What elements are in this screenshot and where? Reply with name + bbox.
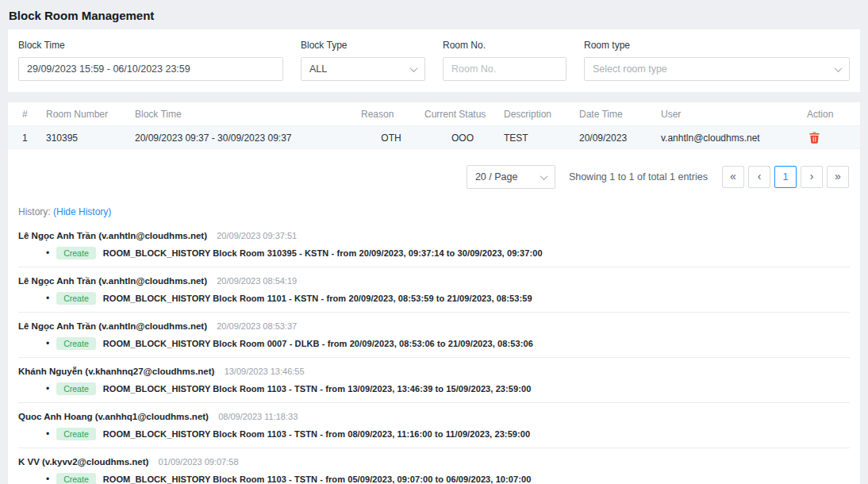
- history-user: Quoc Anh Hoang (v.anhhq1@cloudhms.net): [18, 412, 209, 421]
- block-type-label: Block Type: [301, 40, 425, 51]
- create-badge: Create: [56, 473, 96, 484]
- create-badge: Create: [56, 247, 96, 259]
- history-timestamp: 08/09/2023 11:18:33: [218, 412, 298, 421]
- page-1-button[interactable]: 1: [774, 166, 797, 188]
- history-entry: Lê Ngọc Anh Trần (v.anhtln@cloudhms.net)…: [18, 267, 850, 313]
- cell-current-status: OOO: [424, 126, 504, 149]
- create-badge: Create: [56, 292, 96, 305]
- cell-index: 1: [8, 126, 46, 149]
- room-no-input[interactable]: [443, 57, 567, 81]
- history-detail: ROOM_BLOCK_HISTORY Block Room 1103 - TST…: [103, 474, 532, 484]
- history-detail: ROOM_BLOCK_HISTORY Block Room 310395 - K…: [103, 248, 543, 258]
- col-block-time: Block Time: [135, 102, 361, 126]
- filter-room-no: Room No.: [443, 40, 567, 81]
- history-timestamp: 01/09/2023 09:07:58: [159, 457, 239, 467]
- last-page-button[interactable]: »: [827, 166, 849, 188]
- content-card: # Room Number Block Time Reason Current …: [8, 102, 860, 484]
- create-badge: Create: [56, 337, 96, 350]
- chevron-down-icon: [835, 64, 843, 72]
- col-reason: Reason: [361, 102, 424, 126]
- col-description: Description: [504, 102, 579, 126]
- cell-date-time: 20/09/2023: [579, 126, 661, 149]
- create-badge: Create: [56, 382, 96, 395]
- room-type-label: Room type: [584, 40, 850, 51]
- history-user: Khánh Nguyễn (v.khanhnq27@cloudhms.net): [18, 367, 214, 376]
- cell-room-number: 310395: [46, 126, 135, 149]
- col-action: Action: [799, 102, 860, 126]
- cell-reason: OTH: [361, 126, 424, 149]
- history-entry: Lê Ngọc Anh Trần (v.anhtln@cloudhms.net)…: [18, 313, 850, 358]
- history-user: Lê Ngọc Anh Trần (v.anhtln@cloudhms.net): [18, 321, 207, 331]
- chevron-down-icon: [540, 172, 547, 180]
- history-user: Lê Ngọc Anh Trần (v.anhtln@cloudhms.net): [18, 231, 207, 240]
- history-detail: ROOM_BLOCK_HISTORY Block Room 1103 - TST…: [103, 384, 532, 394]
- history-entry: K VV (v.kyvv2@cloudhms.net) 01/09/2023 0…: [18, 448, 850, 484]
- block-time-label: Block Time: [18, 40, 283, 51]
- history-timestamp: 20/09/2023 08:53:37: [217, 321, 297, 331]
- create-badge: Create: [56, 428, 96, 440]
- chevron-down-icon: [410, 64, 418, 72]
- block-room-management-page: Block Room Management Block Time Block T…: [0, 0, 868, 484]
- cell-block-time: 20/09/2023 09:37 - 30/09/2023 09:37: [135, 126, 361, 149]
- history-timestamp: 13/09/2023 13:46:55: [225, 367, 305, 376]
- pagination-buttons: « ‹ 1 › »: [722, 166, 849, 188]
- cell-description: TEST: [504, 126, 579, 149]
- history-user: Lê Ngọc Anh Trần (v.anhtln@cloudhms.net): [18, 276, 207, 286]
- history-section: History: (Hide History) Lê Ngọc Anh Trần…: [8, 189, 860, 484]
- pagination-summary: Showing 1 to 1 of total 1 entries: [569, 171, 708, 182]
- history-user: K VV (v.kyvv2@cloudhms.net): [18, 457, 148, 467]
- col-room-number: Room Number: [46, 102, 135, 126]
- history-timestamp: 20/09/2023 08:54:19: [217, 276, 297, 286]
- history-entry: Lê Ngọc Anh Trần (v.anhtln@cloudhms.net)…: [18, 222, 850, 267]
- first-page-button[interactable]: «: [722, 166, 744, 188]
- col-index: #: [8, 102, 46, 126]
- pagination-bar: 20 / Page Showing 1 to 1 of total 1 entr…: [8, 149, 860, 189]
- history-entry: Khánh Nguyễn (v.khanhnq27@cloudhms.net) …: [18, 358, 850, 403]
- col-date-time: Date Time: [579, 102, 661, 126]
- page-size-value: 20 / Page: [475, 171, 518, 182]
- history-header: History: (Hide History): [18, 206, 850, 217]
- hide-history-link[interactable]: (Hide History): [53, 206, 111, 217]
- prev-page-button[interactable]: ‹: [748, 166, 770, 188]
- history-timestamp: 20/09/2023 09:37:51: [217, 231, 297, 240]
- filter-bar: Block Time Block Type ALL Room No. Room …: [8, 29, 860, 92]
- col-user: User: [661, 102, 799, 126]
- page-size-select[interactable]: 20 / Page: [467, 165, 555, 189]
- trash-icon[interactable]: [809, 132, 820, 144]
- cell-user: v.anhtln@cloudhms.net: [661, 126, 799, 149]
- col-current-status: Current Status: [424, 102, 504, 126]
- block-time-input[interactable]: [18, 57, 283, 81]
- filter-block-type: Block Type ALL: [301, 40, 425, 81]
- block-type-select[interactable]: ALL: [301, 57, 425, 81]
- next-page-button[interactable]: ›: [801, 166, 823, 188]
- history-detail: ROOM_BLOCK_HISTORY Block Room 0007 - DLK…: [103, 339, 533, 348]
- table-row[interactable]: 1 310395 20/09/2023 09:37 - 30/09/2023 0…: [8, 126, 860, 149]
- history-label: History:: [18, 206, 51, 217]
- page-title: Block Room Management: [0, 0, 868, 29]
- block-room-table: # Room Number Block Time Reason Current …: [8, 102, 860, 149]
- room-type-select[interactable]: Select room type: [584, 57, 850, 81]
- room-no-label: Room No.: [443, 40, 567, 51]
- history-detail: ROOM_BLOCK_HISTORY Block Room 1103 - TST…: [103, 429, 531, 439]
- block-type-value: ALL: [309, 63, 327, 75]
- room-type-placeholder: Select room type: [593, 63, 667, 75]
- filter-room-type: Room type Select room type: [584, 40, 850, 81]
- filter-block-time: Block Time: [18, 40, 283, 81]
- table-header-row: # Room Number Block Time Reason Current …: [8, 102, 860, 126]
- history-entry: Quoc Anh Hoang (v.anhhq1@cloudhms.net) 0…: [18, 403, 850, 448]
- history-detail: ROOM_BLOCK_HISTORY Block Room 1101 - KST…: [103, 294, 532, 303]
